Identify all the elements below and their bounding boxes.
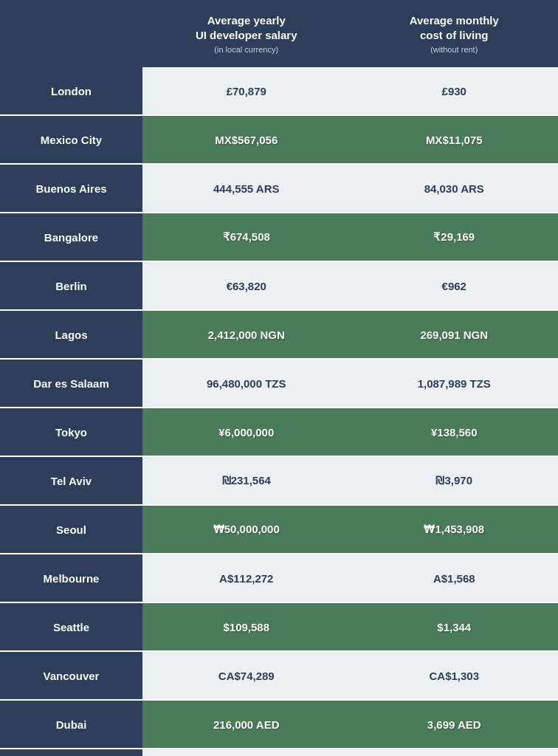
cost-value: 84,030 ARS	[351, 175, 559, 202]
city-name: Lagos	[0, 311, 142, 358]
table-row: Berlin€63,820€962	[0, 262, 558, 309]
salary-value: 2,412,000 NGN	[142, 321, 351, 348]
cost-value: CA$1,303	[351, 662, 559, 690]
city-name: Tel Aviv	[0, 457, 142, 504]
city-name: Berlin	[0, 262, 142, 309]
city-name: London	[0, 67, 142, 114]
table-row: Seoul₩50,000,000₩1,453,908	[0, 506, 558, 553]
salary-value: €63,820	[142, 272, 351, 300]
table-row: Lagos2,412,000 NGN269,091 NGN	[0, 311, 558, 358]
table-row: Mexico CityMX$567,056MX$11,075	[0, 116, 558, 163]
city-name: Tokyo	[0, 408, 142, 456]
header-cost-title: Average monthly cost of living	[365, 13, 544, 42]
salary-value: ₩50,000,000	[142, 515, 351, 543]
salary-value: £70,879	[142, 78, 351, 105]
cost-value: A$1,568	[351, 565, 559, 592]
header-city-spacer	[0, 0, 142, 67]
cost-value: 269,091 NGN	[351, 321, 559, 348]
table-row: London£70,879£930	[0, 67, 558, 114]
table-row: Seattle$109,588$1,344	[0, 603, 558, 650]
city-name: Dubai	[0, 701, 142, 748]
table-row: VancouverCA$74,289CA$1,303	[0, 652, 558, 699]
table-row: Remote$103,830N/A	[0, 749, 558, 756]
salary-value: A$112,272	[142, 565, 351, 592]
salary-table: Average yearly UI developer salary (in l…	[0, 0, 558, 756]
city-name: Melbourne	[0, 554, 142, 602]
table-body: London£70,879£930Mexico CityMX$567,056MX…	[0, 67, 558, 756]
city-name: Mexico City	[0, 116, 142, 163]
salary-value: 444,555 ARS	[142, 175, 351, 202]
city-name: Buenos Aires	[0, 165, 142, 212]
city-name: Bangalore	[0, 213, 142, 261]
city-name: Dar es Salaam	[0, 360, 142, 407]
salary-value: CA$74,289	[142, 662, 351, 690]
table-row: Bangalore₹674,508₹29,169	[0, 213, 558, 261]
header-salary-sub: (in local currency)	[157, 45, 336, 54]
table-header: Average yearly UI developer salary (in l…	[0, 0, 558, 67]
salary-value: $109,588	[142, 614, 351, 641]
header-cost-col: Average monthly cost of living (without …	[351, 0, 559, 67]
table-row: Tel Aviv₪231,564₪3,970	[0, 457, 558, 504]
salary-value: 216,000 AED	[142, 711, 351, 738]
header-salary-title: Average yearly UI developer salary	[157, 13, 336, 42]
cost-value: ¥138,560	[351, 419, 559, 446]
table-row: Buenos Aires444,555 ARS84,030 ARS	[0, 165, 558, 212]
salary-value: ¥6,000,000	[142, 419, 351, 446]
table-row: Tokyo¥6,000,000¥138,560	[0, 408, 558, 456]
cost-value: $1,344	[351, 614, 559, 641]
cost-value: ₪3,970	[351, 467, 559, 495]
cost-value: €962	[351, 272, 559, 300]
salary-value: ₹674,508	[142, 223, 351, 251]
cost-value: 3,699 AED	[351, 711, 559, 738]
cost-value: MX$11,075	[351, 126, 559, 154]
table-row: Dubai216,000 AED3,699 AED	[0, 701, 558, 748]
city-name: Vancouver	[0, 652, 142, 699]
table-row: Dar es Salaam96,480,000 TZS1,087,989 TZS	[0, 360, 558, 407]
cost-value: 1,087,989 TZS	[351, 370, 559, 397]
city-name: Seoul	[0, 506, 142, 553]
cost-value: ₩1,453,908	[351, 515, 559, 543]
cost-value: ₹29,169	[351, 223, 559, 251]
salary-value: ₪231,564	[142, 467, 351, 495]
table-row: MelbourneA$112,272A$1,568	[0, 554, 558, 602]
city-name: Seattle	[0, 603, 142, 650]
cost-value: £930	[351, 78, 559, 105]
salary-value: 96,480,000 TZS	[142, 370, 351, 397]
city-name: Remote	[0, 749, 142, 756]
salary-value: MX$567,056	[142, 126, 351, 154]
header-cost-sub: (without rent)	[365, 45, 544, 54]
header-salary-col: Average yearly UI developer salary (in l…	[142, 0, 351, 67]
